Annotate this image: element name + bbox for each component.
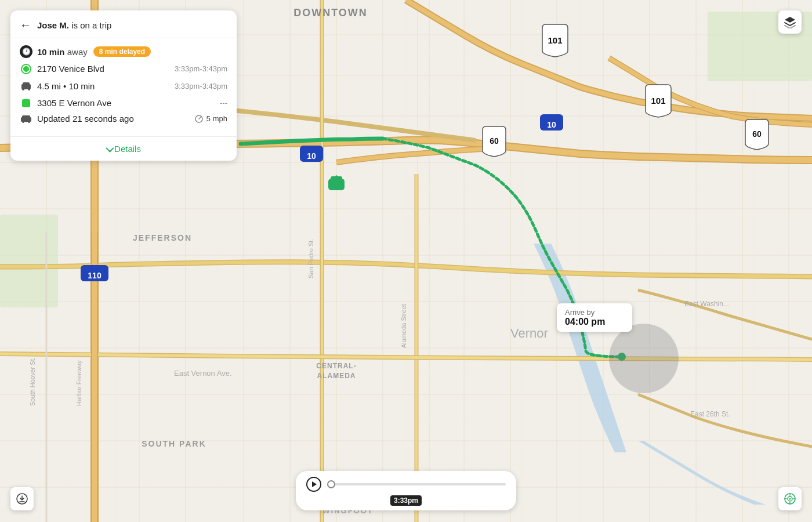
chevron-down-icon [106,144,114,152]
svg-rect-65 [331,176,342,181]
trip-title: Jose M. is on a trip [37,20,111,30]
panel-footer[interactable]: Details [10,136,237,161]
svg-point-93 [22,88,24,90]
origin-time: 3:33pm-3:43pm [175,64,227,73]
gps-icon [784,492,796,505]
route-icon [21,79,31,92]
svg-point-97 [22,121,24,123]
distance-row: 4.5 mi • 10 min 3:33pm-3:43pm [20,79,227,92]
destination-radius-circle [609,324,679,393]
updated-content: Updated 21 seconds ago 5 mph [37,114,227,124]
play-button[interactable] [306,477,321,492]
destination-square [22,99,30,107]
arrive-popup: Arrive by 04:00 pm [557,303,632,332]
distance-icon [20,79,32,92]
clock-icon-container: 🕐 [20,45,32,58]
svg-text:Harbor Freeway: Harbor Freeway [75,360,82,406]
svg-rect-61 [0,215,58,307]
destination-row: 3305 E Vernon Ave --- [20,98,227,108]
svg-text:South Hoover St.: South Hoover St. [29,357,36,406]
eta-row: 🕐 10 min away 8 min delayed [20,45,227,58]
origin-content: 2170 Venice Blvd 3:33pm-3:43pm [37,64,227,74]
layers-button[interactable] [778,10,802,34]
svg-text:East Vernon Ave.: East Vernon Ave. [174,369,232,378]
svg-text:East 26th St.: East 26th St. [690,410,730,418]
destination-content: 3305 E Vernon Ave --- [37,98,227,108]
timeline-thumb[interactable] [327,480,335,488]
svg-point-94 [28,88,30,90]
svg-text:San Pedro St.: San Pedro St. [307,239,314,279]
timeline-time-label: 3:33pm [390,495,422,506]
eta-minutes: 10 min [37,47,65,57]
svg-text:60: 60 [490,136,499,146]
driver-name: Jose M. [37,20,69,30]
svg-text:DOWNTOWN: DOWNTOWN [293,7,368,19]
eta-label: 10 min away [37,47,88,57]
svg-text:Vernor: Vernor [510,326,548,340]
svg-text:Alameda Street: Alameda Street [400,304,407,348]
play-icon [312,481,317,487]
back-button[interactable]: ← [20,19,31,32]
svg-rect-96 [22,115,30,118]
destination-icon [20,99,32,107]
svg-text:CENTRAL-: CENTRAL- [316,362,356,370]
timeline-track[interactable] [327,483,506,485]
updated-row: Updated 21 seconds ago 5 mph [20,114,227,124]
svg-text:JEFFERSON: JEFFERSON [133,233,192,242]
clock-icon: 🕐 [20,45,32,58]
trip-panel: ← Jose M. is on a trip 🕐 10 min away 8 m… [10,10,237,161]
speed-value: 5 mph [206,114,227,123]
details-label: Details [114,144,141,154]
svg-text:110: 110 [88,271,102,280]
timeline-controls [306,477,506,492]
panel-body: 🕐 10 min away 8 min delayed 2170 Venice … [10,38,237,136]
speed-label: 5 mph [195,114,227,123]
arrive-label: Arrive by [565,308,624,317]
origin-dot [22,65,30,73]
layers-icon [784,16,796,28]
origin-address: 2170 Venice Blvd [37,64,104,74]
car-icon-container [20,115,32,123]
destination-address: 3305 E Vernon Ave [37,98,111,108]
svg-text:10: 10 [307,151,316,161]
svg-point-104 [789,498,791,500]
trip-title-suffix: is on a trip [69,20,111,30]
origin-row: 2170 Venice Blvd 3:33pm-3:43pm [20,64,227,74]
origin-icon [20,65,32,73]
distance-content: 4.5 mi • 10 min 3:33pm-3:43pm [37,81,227,91]
download-button[interactable] [10,487,34,510]
eta-content: 10 min away 8 min delayed [37,46,227,57]
gps-button[interactable] [778,487,802,510]
distance-time: 3:33pm-3:43pm [175,82,227,90]
arrive-time: 04:00 pm [565,317,624,327]
eta-away: away [67,47,88,57]
download-icon [16,493,28,505]
svg-rect-92 [23,82,30,85]
svg-text:SOUTH PARK: SOUTH PARK [142,439,206,448]
distance-label: 4.5 mi • 10 min [37,81,95,91]
delay-badge: 8 min delayed [93,46,151,57]
svg-point-98 [28,121,30,123]
svg-text:East Washin...: East Washin... [684,300,729,308]
details-link[interactable]: Details [106,144,141,154]
updated-label: Updated 21 seconds ago [37,114,134,124]
panel-header: ← Jose M. is on a trip [10,10,237,38]
back-icon: ← [20,19,31,32]
svg-text:ALAMEDA: ALAMEDA [317,372,356,380]
svg-text:10: 10 [547,120,556,129]
timeline-bar: 3:33pm [296,471,516,510]
svg-text:101: 101 [548,35,562,45]
destination-dashes: --- [220,99,227,107]
svg-text:60: 60 [752,129,762,139]
svg-text:101: 101 [651,96,665,106]
